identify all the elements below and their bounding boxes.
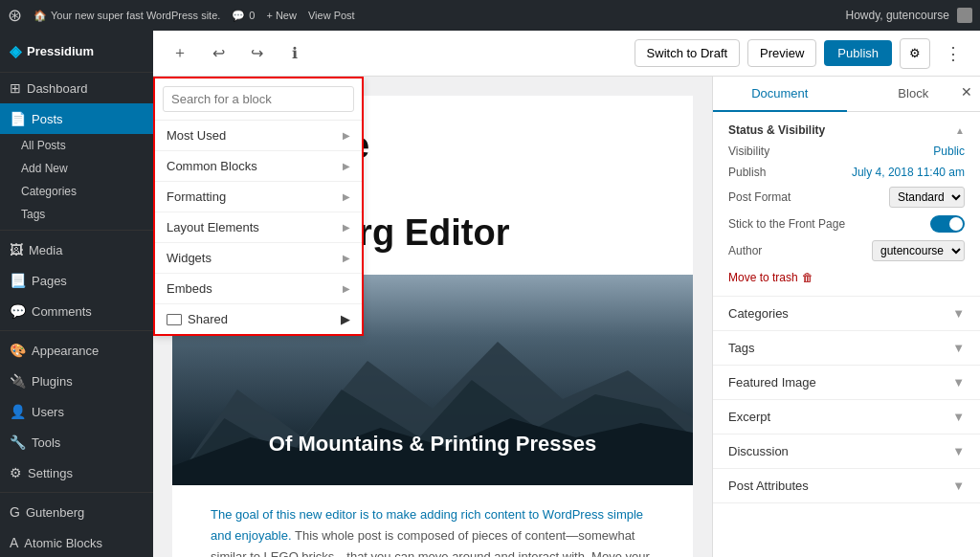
sidebar-separator-2: [0, 330, 153, 331]
author-select[interactable]: gutencourse: [872, 240, 965, 261]
site-name[interactable]: 🏠 Your new super fast WordPress site.: [33, 10, 220, 22]
layout-elements-arrow-icon: ▶: [343, 222, 350, 233]
status-visibility-collapse-icon: ▲: [955, 125, 965, 136]
sidebar-item-gutenberg[interactable]: G Gutenberg: [0, 497, 153, 527]
sidebar-item-pages[interactable]: 📃 Pages: [0, 265, 153, 296]
post-format-row: Post Format Standard: [728, 187, 965, 208]
switch-to-draft-button[interactable]: Switch to Draft: [635, 39, 741, 67]
discussion-section[interactable]: Discussion ▼: [713, 434, 980, 469]
mountains-svg: [172, 313, 693, 485]
info-button[interactable]: ℹ: [279, 38, 310, 69]
admin-bar-right: Howdy, gutencourse: [845, 8, 972, 23]
sidebar-item-categories[interactable]: Categories: [0, 180, 153, 203]
block-category-layout-elements[interactable]: Layout Elements ▶: [155, 212, 362, 243]
dashboard-icon: ⊞: [10, 80, 21, 96]
howdy-text: Howdy, gutencourse: [845, 9, 949, 22]
new-post-link[interactable]: + New: [266, 10, 297, 21]
editor-toolbar: ＋ ↩ ↪ ℹ Switch to Draft Preview Publish …: [153, 31, 980, 77]
atomic-blocks-icon: A: [10, 535, 18, 550]
editor-area: Most Used ▶ Common Blocks ▶ Formatting ▶…: [153, 77, 980, 557]
cover-caption: Of Mountains & Printing Presses: [172, 432, 693, 457]
status-visibility-header[interactable]: Status & Visibility ▲: [728, 123, 965, 137]
sidebar-item-appearance[interactable]: 🎨 Appearance: [0, 335, 153, 366]
excerpt-expand-icon: ▼: [952, 410, 965, 424]
sidebar-item-media[interactable]: 🖼 Media: [0, 234, 153, 265]
sidebar-item-all-posts[interactable]: All Posts: [0, 134, 153, 157]
status-visibility-section: Status & Visibility ▲ Visibility Public …: [713, 112, 980, 297]
visibility-row: Visibility Public: [728, 145, 965, 158]
more-options-button[interactable]: ⋮: [938, 38, 969, 69]
move-to-trash-row: Move to trash 🗑: [728, 271, 965, 284]
move-to-trash-link[interactable]: Move to trash: [728, 271, 798, 284]
block-category-widgets[interactable]: Widgets ▶: [155, 243, 362, 274]
trash-icon: 🗑: [802, 271, 813, 284]
sidebar-item-comments[interactable]: 💬 Comments: [0, 296, 153, 326]
stick-front-label: Stick to the Front Page: [728, 217, 845, 231]
post-format-select[interactable]: Standard: [889, 187, 965, 208]
undo-button[interactable]: ↩: [203, 38, 234, 69]
sidebar-item-users[interactable]: 👤 Users: [0, 396, 153, 427]
publish-row: Publish July 4, 2018 11:40 am: [728, 166, 965, 179]
block-search-area: [155, 78, 362, 121]
shared-arrow-icon: ▶: [341, 312, 350, 326]
post-format-label: Post Format: [728, 190, 791, 204]
add-block-button[interactable]: ＋: [165, 38, 195, 69]
widgets-arrow-icon: ▶: [343, 253, 350, 263]
plugins-icon: 🔌: [10, 373, 26, 389]
categories-section[interactable]: Categories ▼: [713, 297, 980, 331]
publish-value[interactable]: July 4, 2018 11:40 am: [852, 166, 965, 179]
block-search-input[interactable]: [163, 86, 354, 112]
layout: ◈ Pressidium ⊞ Dashboard 📄 Posts All Pos…: [0, 31, 980, 557]
visibility-label: Visibility: [728, 145, 769, 158]
shared-block-icon: [167, 314, 182, 325]
main-content: ＋ ↩ ↪ ℹ Switch to Draft Preview Publish …: [153, 31, 980, 557]
excerpt-section[interactable]: Excerpt ▼: [713, 400, 980, 434]
panel-tabs: Document Block ✕: [713, 77, 980, 112]
sidebar-item-dashboard[interactable]: ⊞ Dashboard: [0, 73, 153, 103]
visibility-value[interactable]: Public: [933, 145, 965, 158]
sidebar-item-settings[interactable]: ⚙ Settings: [0, 457, 153, 488]
posts-icon: 📄: [10, 111, 26, 126]
block-category-shared[interactable]: Shared ▶: [155, 304, 362, 334]
stick-front-row: Stick to the Front Page: [728, 215, 965, 233]
sidebar-item-tools[interactable]: 🔧 Tools: [0, 427, 153, 457]
featured-image-expand-icon: ▼: [952, 375, 965, 390]
discussion-expand-icon: ▼: [952, 444, 965, 458]
formatting-arrow-icon: ▶: [343, 191, 350, 202]
post-attributes-expand-icon: ▼: [952, 479, 965, 493]
publish-button[interactable]: Publish: [824, 40, 892, 66]
sidebar-logo: ◈ Pressidium: [0, 31, 153, 73]
post-attributes-section[interactable]: Post Attributes ▼: [713, 469, 980, 503]
sidebar-item-posts[interactable]: 📄 Posts: [0, 103, 153, 134]
tab-document[interactable]: Document: [713, 77, 847, 112]
categories-expand-icon: ▼: [952, 306, 965, 321]
post-intro-text: The goal of this new editor is to make a…: [211, 504, 655, 557]
block-category-most-used[interactable]: Most Used ▶: [155, 121, 362, 151]
comments-count[interactable]: 💬 0: [232, 10, 255, 22]
stick-front-toggle[interactable]: [930, 215, 965, 233]
redo-button[interactable]: ↪: [241, 38, 272, 69]
block-category-embeds[interactable]: Embeds ▶: [155, 274, 362, 304]
most-used-arrow-icon: ▶: [343, 130, 350, 141]
tags-section[interactable]: Tags ▼: [713, 331, 980, 366]
settings-gear-button[interactable]: ⚙: [900, 38, 930, 69]
tools-icon: 🔧: [10, 434, 26, 450]
view-post-link[interactable]: View Post: [308, 10, 355, 21]
featured-image-section[interactable]: Featured Image ▼: [713, 366, 980, 400]
sidebar-item-add-new[interactable]: Add New: [0, 157, 153, 180]
common-blocks-arrow-icon: ▶: [343, 161, 350, 171]
avatar: [957, 8, 972, 23]
preview-button[interactable]: Preview: [747, 39, 816, 67]
right-panel: Document Block ✕ Status & Visibility ▲ V…: [712, 77, 980, 557]
block-category-formatting[interactable]: Formatting ▶: [155, 182, 362, 212]
sidebar-item-atomic-blocks[interactable]: A Atomic Blocks: [0, 527, 153, 557]
toolbar-right: Switch to Draft Preview Publish ⚙ ⋮: [635, 38, 969, 69]
block-category-common-blocks[interactable]: Common Blocks ▶: [155, 151, 362, 182]
sidebar-item-plugins[interactable]: 🔌 Plugins: [0, 366, 153, 396]
panel-close-button[interactable]: ✕: [961, 84, 972, 100]
media-icon: 🖼: [10, 242, 23, 257]
users-icon: 👤: [10, 404, 26, 419]
admin-bar: ⊛ 🏠 Your new super fast WordPress site. …: [0, 0, 980, 31]
sidebar-item-tags[interactable]: Tags: [0, 203, 153, 226]
settings-icon: ⚙: [10, 465, 22, 480]
